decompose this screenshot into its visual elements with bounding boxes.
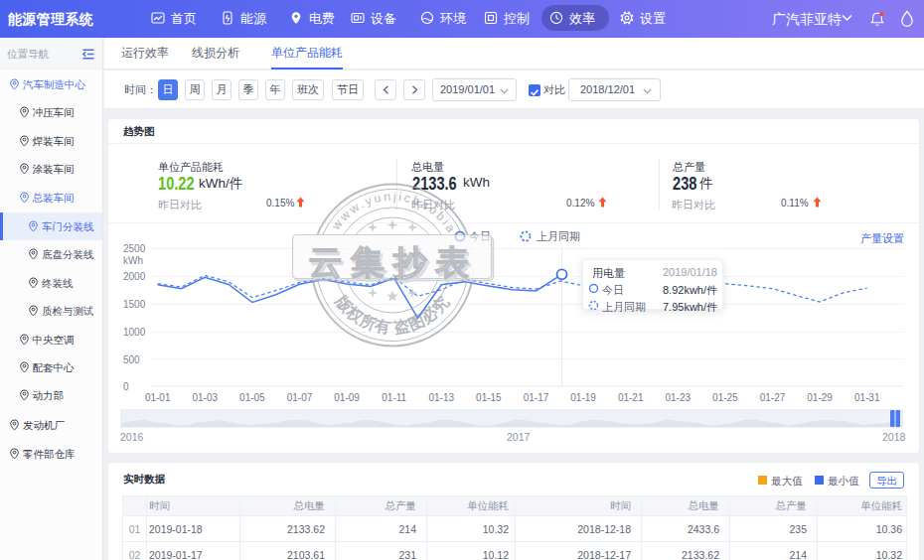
svg-text:01-15: 01-15 (476, 392, 502, 403)
svg-text:kWh: kWh (123, 255, 143, 266)
svg-text:2018: 2018 (882, 431, 906, 443)
svg-text:上月同期: 上月同期 (537, 230, 580, 242)
svg-text:01-19: 01-19 (570, 392, 596, 403)
svg-text:01-31: 01-31 (854, 392, 880, 403)
svg-text:01-25: 01-25 (712, 392, 738, 403)
svg-text:云集抄表: 云集抄表 (309, 243, 478, 281)
svg-text:01-13: 01-13 (429, 392, 455, 403)
svg-text:500: 500 (123, 354, 140, 365)
svg-text:01-09: 01-09 (334, 392, 360, 403)
svg-text:1000: 1000 (123, 327, 146, 338)
svg-text:01-29: 01-29 (807, 392, 833, 403)
svg-text:01-21: 01-21 (618, 392, 644, 403)
svg-text:01-01: 01-01 (145, 392, 171, 403)
svg-text:2000: 2000 (123, 271, 146, 282)
svg-text:01-17: 01-17 (524, 392, 549, 403)
svg-text:01-03: 01-03 (193, 392, 219, 403)
svg-text:2016: 2016 (120, 431, 144, 443)
svg-text:01-05: 01-05 (239, 392, 265, 403)
svg-text:1500: 1500 (123, 299, 146, 310)
svg-text:01-27: 01-27 (760, 392, 786, 403)
svg-text:2017: 2017 (507, 431, 531, 443)
svg-text:01-07: 01-07 (287, 392, 313, 403)
svg-text:2500: 2500 (123, 243, 146, 254)
svg-text:01-11: 01-11 (382, 392, 406, 403)
svg-text:0: 0 (123, 381, 129, 392)
svg-text:01-23: 01-23 (666, 392, 692, 403)
